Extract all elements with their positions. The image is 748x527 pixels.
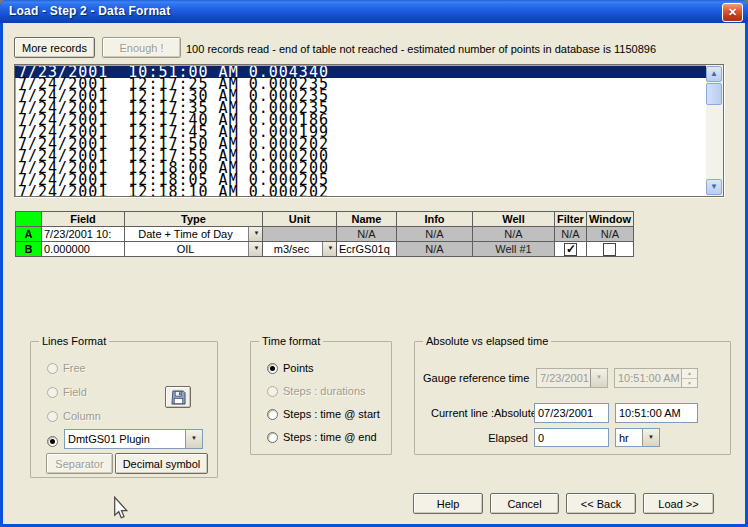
elapsed-label: Elapsed <box>466 432 528 444</box>
enough-button: Enough ! <box>102 37 181 58</box>
col-header-info: Info <box>397 212 473 227</box>
elapsed-unit-value: hr <box>616 429 642 446</box>
table-row: B 0.000000 OIL m3/sec EcrGS01q N/A Well … <box>16 242 634 257</box>
info-cell-a: N/A <box>397 227 473 242</box>
time-format-title: Time format <box>259 335 323 347</box>
close-icon: ✕ <box>728 7 737 18</box>
type-combo-b-value: OIL <box>125 242 249 256</box>
separator-button: Separator <box>46 453 113 474</box>
field-table: Field Type Unit Name Info Well Filter Wi… <box>15 211 634 257</box>
records-scrollbar[interactable] <box>706 65 723 196</box>
dialog-window: Load - Step 2 - Data Format ✕ More recor… <box>0 0 748 527</box>
cancel-button[interactable]: Cancel <box>490 493 559 514</box>
type-combo-b[interactable]: OIL <box>125 242 263 257</box>
well-cell-a: N/A <box>473 227 555 242</box>
chevron-down-icon[interactable] <box>322 242 337 256</box>
records-list: 7/23/2001 10:51:00 AM 0.0043407/24/2001 … <box>15 66 706 196</box>
lines-format-option-plugin[interactable] <box>47 434 58 448</box>
radio-label: Steps : time @ start <box>283 408 380 420</box>
radio-icon[interactable] <box>267 363 278 374</box>
radio-icon[interactable] <box>267 409 278 420</box>
lines-format-option-column: Column <box>47 409 101 423</box>
time-format-option[interactable]: Points <box>267 361 380 375</box>
chevron-down-icon[interactable] <box>642 429 659 446</box>
time-format-option[interactable]: Steps : time @ start <box>267 407 380 421</box>
time-format-group: Time format PointsSteps : durationsSteps… <box>250 341 392 455</box>
filter-checkbox[interactable] <box>564 243 577 256</box>
close-button[interactable]: ✕ <box>722 3 743 22</box>
time-format-option: Steps : durations <box>267 384 380 398</box>
unit-combo-b-value: m3/sec <box>263 242 323 256</box>
radio-icon <box>47 387 58 398</box>
more-records-button[interactable]: More records <box>14 37 95 58</box>
chevron-down-icon[interactable] <box>248 242 263 256</box>
radio-label: Steps : durations <box>283 385 366 397</box>
corner-cell <box>16 212 42 227</box>
lines-format-title: Lines Format <box>39 335 109 347</box>
col-header-well: Well <box>473 212 555 227</box>
field-value-b[interactable]: 0.000000 <box>42 242 125 257</box>
type-combo-a[interactable]: Date + Time of Day <box>125 227 263 242</box>
lines-format-group: Lines Format Free Field Column DmtGS01 P… <box>30 341 218 478</box>
scroll-down-icon[interactable] <box>706 179 722 195</box>
col-header-name: Name <box>337 212 397 227</box>
back-button[interactable]: << Back <box>566 493 636 514</box>
time-format-option[interactable]: Steps : time @ end <box>267 430 380 444</box>
type-combo-a-value: Date + Time of Day <box>125 227 249 241</box>
record-row[interactable]: 7/24/2001 12:18:10 AM 0.000202 <box>15 186 706 196</box>
absolute-elapsed-title: Absolute vs elapsed time <box>423 335 551 347</box>
name-field-b[interactable]: EcrGS01q <box>337 242 397 257</box>
scroll-up-icon[interactable] <box>706 66 722 82</box>
plugin-combo[interactable]: DmtGS01 Plugin <box>64 429 203 449</box>
radio-icon[interactable] <box>47 436 58 447</box>
decimal-symbol-button[interactable]: Decimal symbol <box>115 453 208 474</box>
name-cell-a: N/A <box>337 227 397 242</box>
absolute-label: Absolute <box>494 407 537 419</box>
lines-format-option-free: Free <box>47 361 86 375</box>
col-header-type: Type <box>125 212 263 227</box>
spinner-arrows <box>681 369 697 387</box>
lines-format-option-field: Field <box>47 385 87 399</box>
radio-icon[interactable] <box>267 432 278 443</box>
scroll-thumb[interactable] <box>706 83 722 105</box>
gauge-date-combo: 7/23/2001 <box>536 368 608 388</box>
plugin-combo-value: DmtGS01 Plugin <box>65 430 185 448</box>
elapsed-unit-combo[interactable]: hr <box>615 428 660 447</box>
spin-down-icon <box>682 379 697 388</box>
gauge-date-value: 7/23/2001 <box>537 369 590 387</box>
spin-up-icon <box>682 369 697 379</box>
field-value-a[interactable]: 7/23/2001 10: <box>42 227 125 242</box>
chevron-down-icon[interactable] <box>185 430 202 448</box>
absolute-elapsed-group: Absolute vs elapsed time Gauge reference… <box>414 341 731 455</box>
radio-icon <box>47 411 58 422</box>
load-button[interactable]: Load >> <box>643 493 714 514</box>
window-checkbox[interactable] <box>603 243 616 256</box>
chevron-down-icon <box>590 369 607 387</box>
radio-label: Field <box>63 386 87 398</box>
table-header-row: Field Type Unit Name Info Well Filter Wi… <box>16 212 634 227</box>
unit-combo-b[interactable]: m3/sec <box>263 242 337 257</box>
elapsed-value-field[interactable]: 0 <box>534 428 609 447</box>
chevron-down-icon[interactable] <box>248 227 263 241</box>
window-cell-b[interactable] <box>586 242 633 257</box>
radio-icon <box>47 363 58 374</box>
window-cell-a: N/A <box>586 227 633 242</box>
filter-cell-b[interactable] <box>555 242 587 257</box>
save-icon <box>171 390 186 405</box>
current-line-label: Current line : <box>431 407 494 419</box>
absolute-time-field[interactable]: 10:51:00 AM <box>615 403 698 423</box>
col-header-filter: Filter <box>555 212 587 227</box>
gauge-reference-label: Gauge reference time <box>423 372 529 384</box>
time-format-options: PointsSteps : durationsSteps : time @ st… <box>267 361 380 444</box>
absolute-date-field[interactable]: 07/23/2001 <box>534 403 609 423</box>
radio-label: Points <box>283 362 314 374</box>
well-cell-b: Well #1 <box>473 242 555 257</box>
table-row: A 7/23/2001 10: Date + Time of Day N/A N… <box>16 227 634 242</box>
help-button[interactable]: Help <box>413 493 483 514</box>
gauge-time-value: 10:51:00 AM <box>615 369 681 387</box>
records-listbox[interactable]: 7/23/2001 10:51:00 AM 0.0043407/24/2001 … <box>14 64 724 197</box>
radio-label: Steps : time @ end <box>283 431 377 443</box>
title-bar[interactable]: Load - Step 2 - Data Format ✕ <box>0 0 748 23</box>
records-status-text: 100 records read - end of table not reac… <box>186 43 656 55</box>
save-format-button[interactable] <box>165 386 191 408</box>
